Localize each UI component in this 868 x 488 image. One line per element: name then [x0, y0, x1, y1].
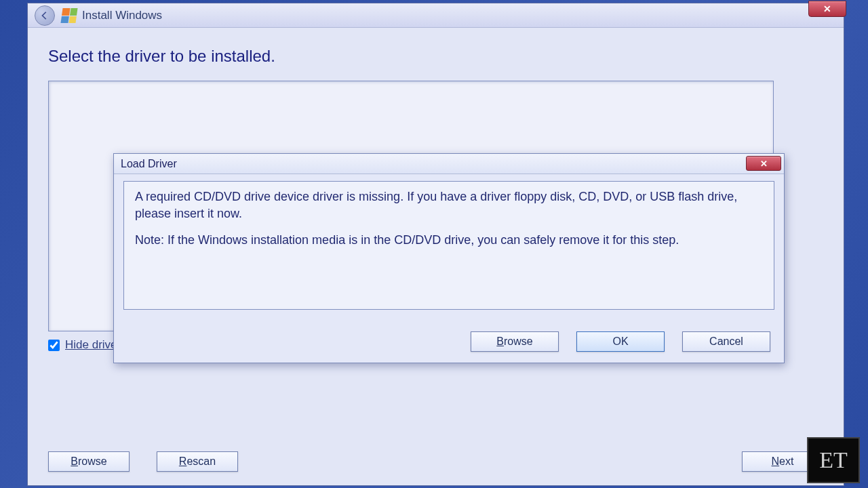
dialog-browse-button[interactable]: Browse: [471, 331, 559, 352]
titlebar: Install Windows ✕: [28, 3, 844, 28]
page-browse-button[interactable]: Browse: [48, 451, 130, 472]
dialog-message-2: Note: If the Windows installation media …: [135, 232, 763, 249]
hide-drivers-checkbox[interactable]: [48, 340, 60, 351]
page-rescan-button[interactable]: Rescan: [157, 451, 238, 472]
dialog-message-panel: A required CD/DVD drive device driver is…: [123, 181, 774, 310]
arrow-left-icon: [40, 11, 50, 20]
dialog-titlebar: Load Driver ✕: [114, 154, 784, 174]
load-driver-dialog: Load Driver ✕ A required CD/DVD drive de…: [113, 153, 785, 363]
page-heading: Select the driver to be installed.: [48, 47, 823, 66]
watermark-logo: ET: [807, 437, 860, 483]
dialog-message-1: A required CD/DVD drive device driver is…: [135, 188, 763, 222]
dialog-cancel-button[interactable]: Cancel: [682, 331, 770, 352]
close-icon: ✕: [823, 3, 831, 14]
back-button[interactable]: [35, 5, 55, 26]
close-icon: ✕: [760, 159, 768, 169]
dialog-body: A required CD/DVD drive device driver is…: [114, 174, 784, 363]
window-close-button[interactable]: ✕: [808, 1, 846, 17]
dialog-ok-button[interactable]: OK: [576, 331, 665, 352]
dialog-close-button[interactable]: ✕: [746, 156, 781, 171]
page-button-row: Browse Rescan Next: [48, 451, 823, 472]
dialog-button-row: Browse OK Cancel: [471, 331, 770, 352]
windows-logo-icon: [60, 8, 77, 23]
window-title: Install Windows: [82, 9, 162, 22]
dialog-title: Load Driver: [121, 158, 177, 170]
